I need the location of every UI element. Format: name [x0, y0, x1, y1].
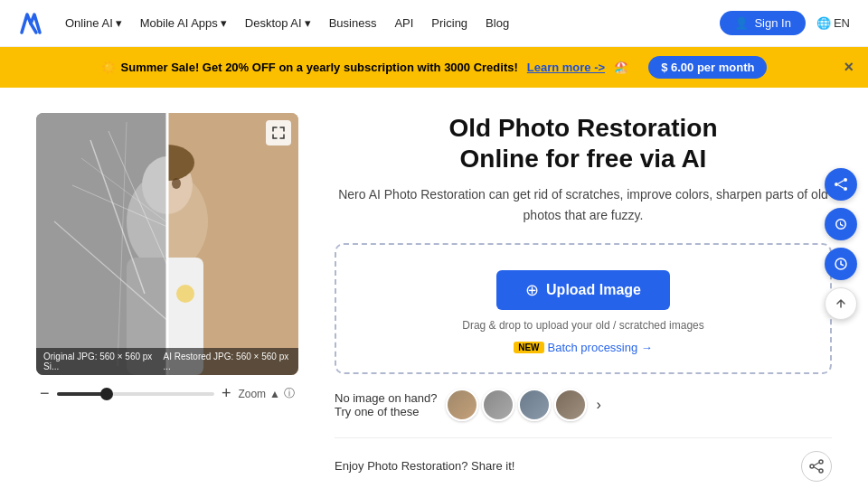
sign-in-button[interactable]: 👤 Sign In	[720, 11, 805, 35]
restored-label: AI Restored JPG: 560 × 560 px ...	[164, 352, 291, 371]
zoom-help-icon[interactable]: ⓘ	[284, 386, 295, 401]
nav-api[interactable]: API	[394, 16, 413, 30]
share-button[interactable]	[801, 451, 832, 482]
zoom-row: − + Zoom ▲ ⓘ	[36, 384, 298, 403]
promo-banner: ☀️ Summer Sale! Get 20% OFF on a yearly …	[0, 47, 868, 88]
image-labels: Original JPG: 560 × 560 px Si... AI Rest…	[36, 348, 298, 375]
sample-image-4[interactable]	[554, 389, 587, 421]
original-image	[36, 113, 167, 375]
main-content: Original JPG: 560 × 560 px Si... AI Rest…	[0, 88, 868, 488]
svg-point-19	[819, 469, 823, 473]
nav-pricing[interactable]: Pricing	[431, 16, 467, 30]
page-title: Old Photo Restoration Online for free vi…	[335, 113, 832, 174]
upload-button[interactable]: ⊕ Upload Image	[496, 270, 670, 310]
sample-images	[446, 389, 587, 421]
upload-dropzone[interactable]: ⊕ Upload Image Drag & drop to upload you…	[335, 243, 832, 374]
image-panel: Original JPG: 560 × 560 px Si... AI Rest…	[36, 113, 298, 403]
svg-point-33	[835, 183, 838, 186]
sample-row: No image on hand? Try one of these ›	[335, 389, 832, 421]
globe-icon: 🌐	[816, 16, 831, 30]
banner-learn-more[interactable]: Learn more ->	[527, 61, 605, 74]
banner-text: Summer Sale! Get 20% OFF on a yearly sub…	[121, 61, 518, 74]
image-divider[interactable]	[166, 113, 169, 375]
banner-emoji-right: 🏖️	[614, 61, 628, 74]
zoom-label: Zoom ▲ ⓘ	[238, 386, 295, 401]
navbar: Online AI ▾ Mobile AI Apps ▾ Desktop AI …	[0, 0, 868, 47]
user-icon: 👤	[734, 16, 749, 30]
right-panel: Old Photo Restoration Online for free vi…	[335, 113, 832, 488]
svg-point-20	[810, 465, 814, 468]
svg-point-18	[819, 460, 823, 464]
language-selector[interactable]: 🌐 EN	[816, 16, 850, 30]
expand-button[interactable]	[266, 120, 291, 145]
sample-image-2[interactable]	[482, 389, 514, 421]
batch-processing-link[interactable]: NEW Batch processing →	[514, 341, 653, 354]
nav-right: 👤 Sign In 🌐 EN	[720, 11, 850, 35]
chevron-up-icon: ▲	[269, 388, 280, 400]
float-social-button[interactable]	[825, 208, 857, 240]
banner-emoji-left: ☀️	[101, 61, 116, 74]
nav-mobile-ai[interactable]: Mobile AI Apps ▾	[140, 16, 227, 30]
plus-icon: ⊕	[525, 280, 539, 300]
float-buttons	[825, 168, 857, 320]
svg-point-15	[172, 178, 181, 189]
original-label: Original JPG: 560 × 560 px Si...	[43, 352, 164, 371]
chevron-down-icon: ▾	[116, 16, 122, 30]
price-pill[interactable]: $ 6.00 per month	[648, 56, 767, 79]
share-icon	[809, 459, 824, 474]
chevron-down-icon: ▾	[221, 16, 227, 30]
chevron-down-icon: ▾	[305, 16, 311, 30]
nav-business[interactable]: Business	[329, 16, 377, 30]
sample-image-3[interactable]	[518, 389, 551, 421]
logo[interactable]	[18, 11, 43, 36]
float-up-button[interactable]	[825, 287, 857, 320]
share-text: Enjoy Photo Restoration? Share it!	[335, 459, 792, 473]
upload-hint: Drag & drop to upload your old / scratch…	[462, 319, 703, 332]
nav-links: Online AI ▾ Mobile AI Apps ▾ Desktop AI …	[65, 16, 698, 30]
nav-blog[interactable]: Blog	[486, 16, 509, 30]
zoom-plus-button[interactable]: +	[222, 384, 231, 403]
sample-text: No image on hand? Try one of these	[335, 391, 437, 418]
sample-chevron-icon[interactable]: ›	[596, 397, 600, 413]
share-row: Enjoy Photo Restoration? Share it!	[335, 437, 832, 482]
svg-point-31	[844, 178, 847, 182]
nav-online-ai[interactable]: Online AI ▾	[65, 16, 122, 30]
float-clock-button[interactable]	[825, 248, 857, 280]
zoom-minus-button[interactable]: −	[40, 384, 50, 403]
nav-desktop-ai[interactable]: Desktop AI ▾	[245, 16, 311, 30]
svg-point-17	[176, 285, 194, 303]
zoom-slider[interactable]	[57, 392, 214, 396]
sample-image-1[interactable]	[446, 389, 478, 421]
batch-badge: NEW	[514, 342, 543, 353]
image-compare: Original JPG: 560 × 560 px Si... AI Rest…	[36, 113, 298, 375]
float-share-button[interactable]	[825, 168, 857, 201]
page-subtitle: Nero AI Photo Restoration can get rid of…	[335, 184, 832, 225]
restored-image	[167, 113, 298, 375]
banner-close-icon[interactable]: ×	[844, 58, 854, 77]
svg-point-32	[844, 187, 847, 191]
